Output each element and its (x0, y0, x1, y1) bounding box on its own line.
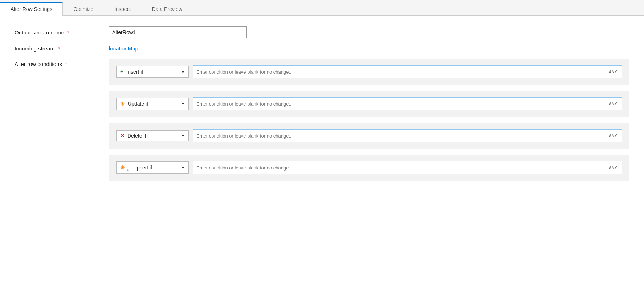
update-condition-input[interactable] (193, 97, 622, 110)
insert-any-badge: ANY (607, 70, 619, 74)
insert-condition-input[interactable] (193, 65, 622, 78)
delete-input-wrapper: ANY (193, 129, 622, 142)
output-stream-row: Output stream name * (15, 26, 629, 38)
insert-label: Insert if (126, 69, 143, 75)
update-icon: ✳ (120, 101, 125, 107)
condition-row-update: ✳ Update if ▼ ANY (109, 91, 629, 117)
update-label: Update if (128, 101, 148, 107)
tab-optimize[interactable]: Optimize (63, 2, 104, 16)
alter-row-conditions-section: Alter row conditions * + Insert if ▼ (15, 59, 629, 181)
condition-dropdown-upsert[interactable]: ✳ + Upsert if ▼ (116, 161, 189, 174)
incoming-stream-link[interactable]: locationMap (109, 45, 138, 52)
tab-inspect[interactable]: Inspect (104, 2, 141, 16)
condition-dropdown-delete[interactable]: ✕ Delete if ▼ (116, 130, 189, 141)
delete-dropdown-arrow-icon: ▼ (181, 134, 185, 138)
upsert-star-icon: ✳ (120, 164, 125, 171)
dropdown-inner-upsert: ✳ + Upsert if (120, 164, 152, 171)
upsert-icon: ✳ + (120, 164, 127, 171)
upsert-dropdown-arrow-icon: ▼ (181, 166, 185, 170)
upsert-input-wrapper: ANY (193, 161, 622, 174)
condition-row-upsert: ✳ + Upsert if ▼ ANY (109, 155, 629, 181)
insert-input-wrapper: ANY (193, 65, 622, 78)
update-dropdown-arrow-icon: ▼ (181, 102, 185, 106)
conditions-list: + Insert if ▼ ANY ✳ Upd (109, 59, 629, 181)
update-any-badge: ANY (607, 102, 619, 106)
content-area: Output stream name * Incoming stream * l… (0, 16, 644, 287)
dropdown-inner-update: ✳ Update if (120, 101, 148, 107)
upsert-plus-icon: + (127, 168, 129, 172)
condition-dropdown-insert[interactable]: + Insert if ▼ (116, 66, 189, 78)
update-input-wrapper: ANY (193, 97, 622, 110)
delete-condition-input[interactable] (193, 129, 622, 142)
tab-alter-row-settings[interactable]: Alter Row Settings (0, 2, 63, 16)
delete-icon: ✕ (120, 133, 125, 139)
condition-row-delete: ✕ Delete if ▼ ANY (109, 123, 629, 149)
incoming-stream-row: Incoming stream * locationMap (15, 45, 629, 52)
upsert-any-badge: ANY (607, 165, 619, 170)
insert-icon: + (120, 69, 123, 75)
incoming-stream-label: Incoming stream * (15, 45, 109, 52)
tab-data-preview[interactable]: Data Preview (142, 2, 193, 16)
output-stream-input[interactable] (109, 26, 247, 38)
tab-bar: Alter Row Settings Optimize Inspect Data… (0, 0, 644, 16)
window: Alter Row Settings Optimize Inspect Data… (0, 0, 644, 287)
insert-dropdown-arrow-icon: ▼ (181, 70, 185, 74)
incoming-stream-required: * (58, 45, 60, 52)
dropdown-inner-delete: ✕ Delete if (120, 133, 146, 139)
condition-row-insert: + Insert if ▼ ANY (109, 59, 629, 85)
condition-dropdown-update[interactable]: ✳ Update if ▼ (116, 98, 189, 110)
output-stream-required: * (67, 29, 69, 36)
alter-row-conditions-label: Alter row conditions * (15, 59, 109, 67)
delete-label: Delete if (127, 133, 146, 139)
upsert-condition-input[interactable] (193, 161, 622, 174)
upsert-label: Upsert if (133, 165, 152, 171)
delete-any-badge: ANY (607, 134, 619, 138)
output-stream-label: Output stream name * (15, 29, 109, 36)
dropdown-inner-insert: + Insert if (120, 69, 143, 75)
alter-row-conditions-required: * (65, 61, 67, 67)
